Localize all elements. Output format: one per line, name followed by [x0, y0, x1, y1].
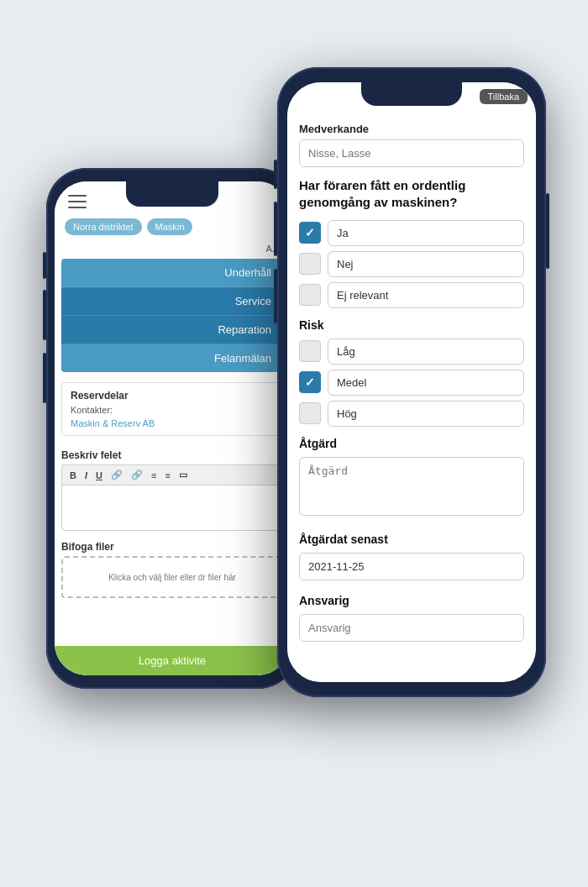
checkbox-medel[interactable] — [299, 371, 321, 393]
checkbox-ej-relevant[interactable] — [299, 284, 321, 306]
ansvarig-label: Ansvarig — [299, 594, 524, 607]
phone-2-screen: Tillbaka Medverkande Har föraren fått en… — [287, 82, 536, 682]
answer-group: Ja Nej Ej relevant — [299, 220, 524, 308]
risk-group: Låg Medel Hög — [299, 339, 524, 427]
label-lag: Låg — [328, 339, 524, 365]
area-label: A... — [55, 242, 290, 255]
editor-body[interactable] — [61, 485, 283, 531]
p2-silent-button[interactable] — [274, 269, 277, 323]
answer-nej[interactable]: Nej — [299, 251, 524, 277]
phone-1: Norra distriktet Maskin A... Underhåll S… — [46, 168, 298, 689]
phone-1-screen: Norra distriktet Maskin A... Underhåll S… — [55, 181, 290, 675]
medverkande-label: Medverkande — [299, 123, 524, 135]
question-text: Har föraren fått en ordentlig genomgång … — [299, 177, 524, 212]
underline-button[interactable]: U — [93, 470, 105, 481]
label-ja: Ja — [328, 220, 524, 246]
p2-notch — [361, 82, 462, 106]
checkbox-hog[interactable] — [299, 402, 321, 424]
p2-power-button[interactable] — [546, 193, 549, 269]
menu-item-underhall[interactable]: Underhåll — [61, 259, 283, 287]
checkbox-ja[interactable] — [299, 222, 321, 244]
bold-button[interactable]: B — [67, 470, 79, 481]
editor-toolbar: B I U 🔗 🔗 ≡ ≡ ▭ — [61, 464, 283, 485]
label-medel: Medel — [328, 370, 524, 396]
atgard-textarea[interactable] — [299, 457, 524, 516]
beskriv-label: Beskriv felet — [61, 449, 283, 461]
attach-area[interactable]: Klicka och välj filer eller dr filer här — [61, 556, 283, 598]
back-button[interactable]: Tillbaka — [480, 89, 528, 104]
list-button[interactable]: ≡ — [149, 470, 159, 481]
hamburger-icon[interactable] — [68, 195, 87, 208]
chip-district[interactable]: Norra distriktet — [65, 218, 142, 235]
answer-ej-relevant[interactable]: Ej relevant — [299, 282, 524, 308]
kontakter-label: Kontakter: — [71, 405, 274, 415]
chips-row: Norra distriktet Maskin — [55, 212, 290, 242]
attach-section: Bifoga filer Klicka och välj filer eller… — [61, 541, 283, 598]
atgard-label: Åtgärd — [299, 437, 524, 450]
kontakter-link[interactable]: Maskin & Reserv AB — [71, 418, 274, 428]
status-bar — [55, 181, 290, 212]
volume-down-button[interactable] — [43, 290, 46, 340]
atgard-senast-input[interactable] — [299, 553, 524, 580]
atgard-senast-label: Åtgärdat senast — [299, 533, 524, 546]
label-hog: Hög — [328, 401, 524, 427]
reservdelar-title: Reservdelar — [71, 390, 274, 402]
top-bar: Tillbaka — [287, 82, 536, 114]
risk-lag[interactable]: Låg — [299, 339, 524, 365]
p2-volume-down-button[interactable] — [274, 202, 277, 256]
phone-2-content: Tillbaka Medverkande Har föraren fått en… — [287, 82, 536, 682]
reservdelar-section: Reservdelar Kontakter: Maskin & Reserv A… — [61, 382, 283, 436]
answer-ja[interactable]: Ja — [299, 220, 524, 246]
link2-button[interactable]: 🔗 — [129, 469, 145, 481]
menu: Underhåll Service Reparation Felanmälan — [61, 259, 283, 372]
beskriv-section: Beskriv felet B I U 🔗 🔗 ≡ ≡ ▭ — [61, 449, 283, 531]
volume-up-button[interactable] — [43, 252, 46, 279]
italic-button[interactable]: I — [82, 470, 90, 481]
risk-label: Risk — [299, 318, 524, 332]
checkbox-lag[interactable] — [299, 340, 321, 362]
notch — [126, 181, 218, 207]
label-nej: Nej — [328, 251, 524, 277]
risk-hog[interactable]: Hög — [299, 401, 524, 427]
menu-item-felanmalan[interactable]: Felanmälan — [61, 344, 283, 372]
silent-button[interactable] — [43, 353, 46, 403]
scroll-area: Medverkande Har föraren fått en ordentli… — [287, 114, 536, 682]
list2-button[interactable]: ≡ — [162, 470, 172, 481]
phone-1-content: Norra distriktet Maskin A... Underhåll S… — [55, 181, 290, 675]
chip-maskin[interactable]: Maskin — [147, 218, 193, 235]
medverkande-input[interactable] — [299, 139, 524, 167]
log-activity-button[interactable]: Logga aktivite — [55, 646, 290, 675]
risk-medel[interactable]: Medel — [299, 370, 524, 396]
ansvarig-input[interactable] — [299, 614, 524, 642]
p2-volume-up-button[interactable] — [274, 160, 277, 189]
checkbox-nej[interactable] — [299, 253, 321, 275]
menu-item-reparation[interactable]: Reparation — [61, 316, 283, 344]
menu-item-service[interactable]: Service — [61, 287, 283, 316]
attach-label: Bifoga filer — [61, 541, 283, 553]
label-ej-relevant: Ej relevant — [328, 282, 524, 308]
image-button[interactable]: ▭ — [176, 469, 190, 481]
link-button[interactable]: 🔗 — [108, 469, 125, 481]
phone-2: Tillbaka Medverkande Har föraren fått en… — [277, 67, 546, 697]
